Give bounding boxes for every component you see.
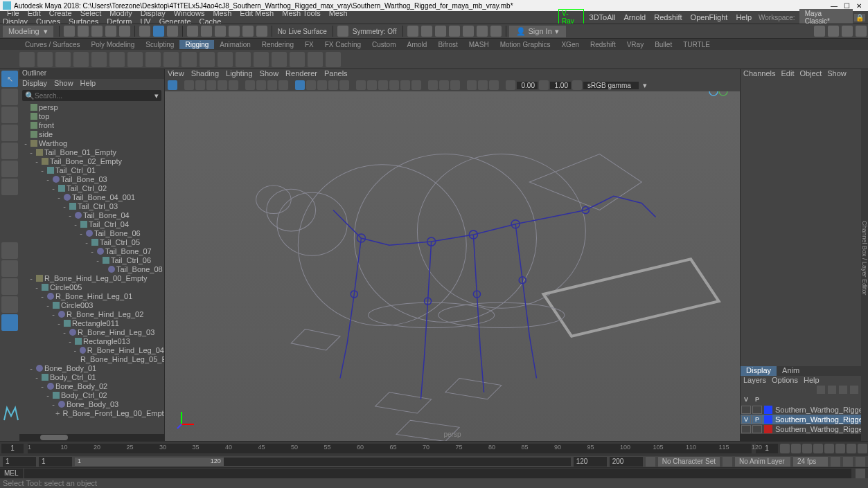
render-icon-5[interactable]: [463, 26, 474, 37]
outliner-menu-help[interactable]: Help: [80, 79, 96, 89]
layer-up-icon[interactable]: [817, 386, 825, 394]
script-lang-dropdown[interactable]: MEL: [0, 469, 23, 478]
layer-vis-toggle[interactable]: V: [741, 415, 751, 424]
shelf-tab-poly-modeling[interactable]: Poly Modeling: [85, 40, 140, 49]
vp-film-gate-icon[interactable]: [256, 80, 266, 90]
vp-grease-icon[interactable]: [229, 80, 238, 90]
outliner-node[interactable]: -R_Bone_Hind_Leg_00_Empty: [19, 273, 164, 282]
layer-play-toggle[interactable]: [752, 425, 762, 433]
paint-tool[interactable]: [1, 107, 18, 123]
vp-color-icon[interactable]: [467, 80, 477, 90]
menu-set-dropdown[interactable]: Modeling▾: [3, 26, 53, 37]
outliner-search-input[interactable]: [35, 92, 154, 100]
vp-color3-icon[interactable]: [489, 80, 499, 90]
expand-icon[interactable]: -: [44, 175, 51, 183]
goto-start-icon[interactable]: [780, 444, 790, 453]
lasso-tool[interactable]: [1, 89, 18, 105]
layout-single-icon[interactable]: [1, 242, 18, 259]
shelf-button-16[interactable]: [308, 52, 323, 67]
outliner-node[interactable]: -Warthog: [19, 138, 164, 147]
expand-icon[interactable]: -: [50, 310, 57, 318]
outliner-node[interactable]: -Circle003: [19, 300, 164, 309]
expand-icon[interactable]: -: [22, 139, 29, 147]
snap-point-icon[interactable]: [215, 26, 226, 37]
shelf-button-11[interactable]: [218, 52, 233, 67]
minimize-button[interactable]: —: [828, 2, 840, 10]
shelf-button-1[interactable]: [37, 52, 53, 67]
expand-icon[interactable]: -: [33, 283, 40, 291]
step-back-key-icon[interactable]: [791, 444, 801, 453]
expand-icon[interactable]: -: [39, 382, 46, 390]
time-start-field[interactable]: 1: [1, 444, 24, 453]
shelf-button-4[interactable]: [91, 52, 107, 67]
step-forward-icon[interactable]: [835, 444, 845, 453]
layer-new-sel-icon[interactable]: [850, 386, 858, 394]
menu-redshift[interactable]: Redshift: [650, 12, 686, 22]
vp-gamma-set-icon[interactable]: [539, 80, 549, 90]
lasso-icon[interactable]: [153, 26, 164, 37]
outliner-node[interactable]: -Tail_Ctrl_04: [19, 219, 164, 228]
anim-layer-dropdown[interactable]: No Anim Layer: [735, 457, 790, 467]
range-start-field[interactable]: 1: [3, 457, 36, 467]
layout-panel-icon[interactable]: [1, 296, 18, 313]
panel-toggle-3-icon[interactable]: [842, 26, 853, 37]
shelf-button-9[interactable]: [181, 52, 197, 67]
time-track[interactable]: 1102025303540455055606570758085909510010…: [28, 444, 752, 453]
expand-icon[interactable]: -: [28, 364, 35, 372]
vp-xray-icon[interactable]: [367, 80, 377, 90]
shelf-button-10[interactable]: [200, 52, 215, 67]
paint-select-icon[interactable]: [167, 26, 178, 37]
shelf-tab-bullet[interactable]: Bullet: [649, 40, 677, 49]
vp-isolate-icon[interactable]: [356, 80, 366, 90]
outliner-node[interactable]: -Tail_Bone_04: [19, 210, 164, 219]
layer-menu-help[interactable]: Help: [804, 376, 820, 386]
outliner-node[interactable]: +R_Bone_Front_Leg_00_Empty: [19, 408, 164, 417]
layer-row[interactable]: Southern_Warthog_Rigged: [741, 424, 861, 434]
vp-exposure-icon[interactable]: [439, 80, 449, 90]
lock-icon[interactable]: 🔒: [854, 14, 865, 21]
render-icon-4[interactable]: [449, 26, 460, 37]
outliner-node[interactable]: -R_Bone_Hind_Leg_03: [19, 327, 164, 336]
outliner-node[interactable]: side: [19, 129, 164, 138]
outliner-scrollbar[interactable]: [19, 434, 164, 441]
viewport-menu-show[interactable]: Show: [260, 69, 279, 79]
menu-arnold[interactable]: Arnold: [619, 12, 650, 22]
viewport-menu-panels[interactable]: Panels: [324, 69, 348, 79]
expand-icon[interactable]: -: [72, 346, 78, 354]
shelf-tab-motion-graphics[interactable]: Motion Graphics: [495, 40, 556, 49]
outliner-node[interactable]: -Tail_Ctrl_06: [19, 255, 164, 264]
expand-icon[interactable]: -: [44, 391, 51, 399]
layer-row[interactable]: VPSouthern_Warthog_Rigged_B: [741, 415, 861, 424]
vp-res-gate-icon[interactable]: [267, 80, 277, 90]
shelf-tab-rendering[interactable]: Rendering: [256, 40, 299, 49]
char-set-icon[interactable]: [646, 457, 655, 467]
channel-box-tab[interactable]: Channel Box / Layer Editor: [861, 69, 868, 441]
expand-icon[interactable]: -: [50, 184, 57, 192]
vp-camera-icon[interactable]: [184, 80, 194, 90]
shelf-button-6[interactable]: [127, 52, 143, 67]
character-set-dropdown[interactable]: No Character Set: [658, 457, 720, 467]
viewcube-icon[interactable]: [707, 91, 734, 98]
menu-mesh-tools[interactable]: Mesh Tools: [278, 8, 324, 18]
vp-gamma-field[interactable]: 1.00: [550, 82, 571, 89]
vp-vt-icon[interactable]: [572, 80, 582, 90]
shelf-tab-fx-caching[interactable]: FX Caching: [319, 40, 366, 49]
layer-play-toggle[interactable]: [752, 406, 762, 414]
outliner-node[interactable]: -Tail_Ctrl_05: [19, 237, 164, 246]
panel-toggle-1-icon[interactable]: [814, 26, 825, 37]
menu-3dtoall[interactable]: 3DToAll: [585, 12, 620, 22]
shelf-button-2[interactable]: [55, 52, 71, 67]
layer-play-toggle[interactable]: P: [752, 415, 762, 424]
outliner-node[interactable]: -Bone_Body_02: [19, 381, 164, 390]
outliner-node[interactable]: -Tail_Bone_02_Empty: [19, 156, 164, 165]
outliner-node[interactable]: -Tail_Ctrl_03: [19, 201, 164, 210]
goto-end-icon[interactable]: [858, 444, 867, 453]
pause-icon[interactable]: [490, 26, 502, 37]
expand-icon[interactable]: -: [83, 238, 90, 246]
vp-bookmark-icon[interactable]: [195, 80, 205, 90]
shelf-tab-custom[interactable]: Custom: [366, 40, 401, 49]
layer-color-swatch[interactable]: [764, 425, 772, 433]
vp-2d-pan-icon[interactable]: [218, 80, 227, 90]
command-input[interactable]: [24, 469, 851, 478]
shelf-tab-turtle[interactable]: TURTLE: [677, 40, 716, 49]
